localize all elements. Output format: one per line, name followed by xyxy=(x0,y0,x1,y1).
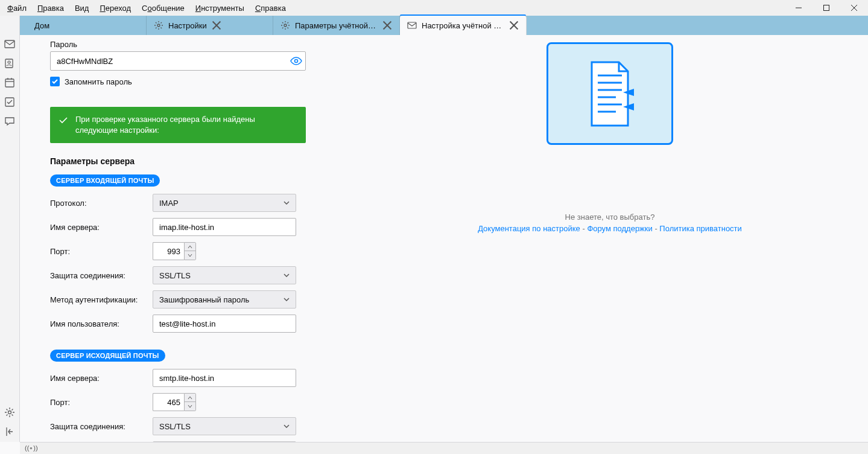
help-question: Не знаете, что выбрать? xyxy=(478,213,742,222)
select-value: Зашифрованный пароль xyxy=(159,295,249,304)
port-label: Порт: xyxy=(50,398,153,407)
port-up-button[interactable] xyxy=(185,394,195,402)
outgoing-security-select[interactable]: SSL/TLS xyxy=(153,417,296,435)
document-icon xyxy=(580,57,640,130)
port-label: Порт: xyxy=(50,247,153,256)
port-down-button[interactable] xyxy=(185,251,195,260)
svg-point-21 xyxy=(8,411,11,414)
select-value: IMAP xyxy=(159,199,179,208)
eye-icon[interactable] xyxy=(290,55,302,67)
protocol-label: Протокол: xyxy=(50,199,153,208)
spaces-toolbar xyxy=(0,16,20,442)
calendar-space-icon[interactable] xyxy=(4,77,15,88)
chevron-down-icon xyxy=(282,295,291,304)
svg-rect-1 xyxy=(824,5,829,11)
sync-icon[interactable]: ((∘)) xyxy=(25,444,38,452)
menu-help[interactable]: Справка xyxy=(250,1,291,15)
tab-home[interactable]: Дом xyxy=(20,16,147,35)
incoming-port-input[interactable] xyxy=(153,242,184,260)
close-icon[interactable] xyxy=(509,21,519,30)
select-value: SSL/TLS xyxy=(159,422,191,431)
select-value: SSL/TLS xyxy=(159,271,191,280)
tab-strip: Дом Настройки Параметры учётной запис… Н… xyxy=(0,16,868,35)
chevron-down-icon xyxy=(282,199,291,207)
collapse-space-icon[interactable] xyxy=(4,426,15,437)
hostname-label: Имя сервера: xyxy=(50,223,153,232)
security-label: Защита соединения: xyxy=(50,271,153,280)
svg-point-23 xyxy=(295,60,298,63)
protocol-select[interactable]: IMAP xyxy=(153,194,296,212)
incoming-hostname-input[interactable] xyxy=(153,218,296,236)
gear-icon xyxy=(280,21,290,30)
hostname-label: Имя сервера: xyxy=(50,374,153,383)
incoming-username-input[interactable] xyxy=(153,315,296,333)
svg-rect-13 xyxy=(5,40,14,48)
notice-text: При проверке указанного сервера были най… xyxy=(75,114,297,136)
incoming-auth-select[interactable]: Зашифрованный пароль xyxy=(153,290,296,309)
svg-rect-16 xyxy=(5,79,14,87)
port-up-button[interactable] xyxy=(185,243,195,251)
incoming-security-select[interactable]: SSL/TLS xyxy=(153,266,296,284)
menu-view[interactable]: Вид xyxy=(70,1,94,15)
tasks-space-icon[interactable] xyxy=(4,97,15,107)
tab-label: Параметры учётной запис… xyxy=(295,21,378,30)
outgoing-port-input[interactable] xyxy=(153,393,184,411)
chevron-down-icon xyxy=(282,422,291,430)
tab-account-setup[interactable]: Настройка учётной записи xyxy=(400,16,527,35)
settings-space-icon[interactable] xyxy=(4,407,15,418)
doc-link[interactable]: Документация по настройке xyxy=(478,224,580,233)
password-input[interactable] xyxy=(50,51,306,71)
mail-icon xyxy=(407,21,417,30)
mail-space-icon[interactable] xyxy=(4,39,15,50)
status-bar: ((∘)) xyxy=(20,442,868,454)
svg-point-15 xyxy=(8,61,10,63)
username-label: Имя пользователя: xyxy=(50,319,153,328)
window-maximize-button[interactable] xyxy=(813,0,840,16)
gear-icon xyxy=(154,21,163,30)
outgoing-hostname-input[interactable] xyxy=(153,369,296,387)
menu-tools[interactable]: Инструменты xyxy=(191,1,249,15)
menu-file[interactable]: Файл xyxy=(2,1,31,15)
window-controls xyxy=(785,0,868,16)
password-label: Пароль xyxy=(50,40,352,49)
check-icon xyxy=(59,115,68,125)
menu-message[interactable]: Сообщение xyxy=(137,1,189,15)
menu-edit[interactable]: Правка xyxy=(33,1,69,15)
success-notice: При проверке указанного сервера были най… xyxy=(50,107,306,143)
tab-label: Дом xyxy=(34,21,49,30)
chevron-down-icon xyxy=(282,271,291,280)
main-content: Пароль Запомнить пароль При проверке ука… xyxy=(20,35,868,442)
incoming-badge: СЕРВЕР ВХОДЯЩЕЙ ПОЧТЫ xyxy=(50,174,160,187)
menu-go[interactable]: Переход xyxy=(95,1,136,15)
menubar: Файл Правка Вид Переход Сообщение Инстру… xyxy=(0,0,868,16)
chat-space-icon[interactable] xyxy=(4,116,15,127)
close-icon[interactable] xyxy=(382,21,392,30)
illustration-card xyxy=(546,42,673,145)
forum-link[interactable]: Форум поддержки xyxy=(587,224,652,233)
svg-rect-20 xyxy=(5,98,14,106)
outgoing-badge: СЕРВЕР ИСХОДЯЩЕЙ ПОЧТЫ xyxy=(50,350,165,362)
window-close-button[interactable] xyxy=(840,0,868,16)
svg-point-4 xyxy=(157,24,160,27)
svg-rect-10 xyxy=(408,22,416,28)
svg-point-7 xyxy=(284,24,287,27)
addressbook-space-icon[interactable] xyxy=(4,58,15,69)
tab-settings[interactable]: Настройки xyxy=(147,16,273,35)
remember-label: Запомнить пароль xyxy=(65,77,132,86)
security-label: Защита соединения: xyxy=(50,422,153,431)
tab-label: Настройка учётной записи xyxy=(422,21,504,30)
help-pane: Не знаете, что выбрать? Документация по … xyxy=(352,35,868,442)
account-form: Пароль Запомнить пароль При проверке ука… xyxy=(20,35,352,442)
tab-label: Настройки xyxy=(168,21,207,30)
window-minimize-button[interactable] xyxy=(785,0,813,16)
tab-account-params[interactable]: Параметры учётной запис… xyxy=(273,16,400,35)
remember-checkbox[interactable] xyxy=(50,77,60,86)
port-down-button[interactable] xyxy=(185,402,195,411)
privacy-link[interactable]: Политика приватности xyxy=(659,224,741,233)
server-params-title: Параметры сервера xyxy=(50,156,352,166)
auth-label: Метод аутентификации: xyxy=(50,295,153,304)
close-icon[interactable] xyxy=(212,21,221,30)
